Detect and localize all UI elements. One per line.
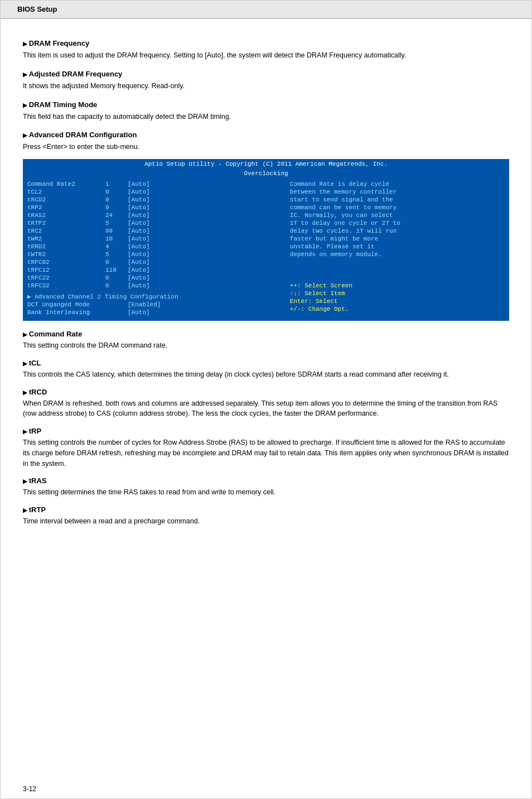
bios-subheader: Overclocking (23, 169, 509, 178)
bios-header: Aptio Setup Utility - Copyright (C) 2011… (23, 159, 509, 169)
page-header: BIOS Setup (1, 1, 531, 18)
bios-screenshot: Aptio Setup Utility - Copyright (C) 2011… (23, 159, 509, 321)
bios-row: Command Rate21[Auto] (27, 180, 290, 188)
section-adjusted-dram-body: It shows the adjusted Memory frequency. … (23, 81, 509, 92)
sub-section-trcd-body: When DRAM is refreshed, both rows and co… (23, 398, 509, 420)
bios-row: tWR210[Auto] (27, 235, 290, 243)
section-dram-frequency-title: DRAM Frequency (23, 39, 509, 47)
bios-row: tRC299[Auto] (27, 227, 290, 235)
bios-right-line (290, 274, 505, 282)
bios-row: tRRD24[Auto] (27, 243, 290, 251)
bios-body: Command Rate21[Auto]tCL29[Auto]tRCD29[Au… (23, 178, 509, 321)
sub-section-trp-title: tRP (23, 427, 509, 435)
bios-right-line: depends on memory module. (290, 251, 505, 258)
page-wrapper: BIOS Setup DRAM Frequency This item is u… (0, 0, 532, 799)
bios-row: tRFC320[Auto] (27, 282, 290, 290)
bios-right-line: IC. Normally, you can select (290, 211, 505, 219)
bios-row: tRFC12110[Auto] (27, 266, 290, 274)
bios-extra-row: Bank Interleaving[Auto] (27, 309, 290, 316)
bios-right-line: faster but might be more (290, 235, 505, 243)
sub-section-tcl-title: tCL (23, 359, 509, 367)
bios-row: tCL29[Auto] (27, 188, 290, 196)
bios-left-panel: Command Rate21[Auto]tCL29[Auto]tRCD29[Au… (27, 180, 290, 316)
bios-row: tRP29[Auto] (27, 204, 290, 211)
sub-section-tcl-body: This controls the CAS latency, which det… (23, 369, 509, 380)
sub-section-trtp-body: Time interval between a read and a prech… (23, 516, 509, 527)
section-dram-timing-body: This field has the capacity to automatic… (23, 112, 509, 122)
bios-extra-row: DCT Unganged Mode[Enabled] (27, 301, 290, 309)
bios-arrow-item: ▶ Advanced Channel 2 Timing Configuratio… (27, 292, 290, 301)
bios-right-line: 1T to delay one cycle or 2T to (290, 219, 505, 227)
bios-row: tRTP25[Auto] (27, 219, 290, 227)
bios-right-line: delay two cycles. 1T will run (290, 227, 505, 235)
bios-right-line (290, 258, 505, 266)
bios-row: tWTR25[Auto] (27, 251, 290, 258)
section-dram-frequency-body: This item is used to adjust the DRAM fre… (23, 50, 509, 61)
sub-section-tras-body: This setting determines the time RAS tak… (23, 487, 509, 498)
section-advanced-dram-body: Press <Enter> to enter the sub-menu. (23, 142, 509, 152)
bios-row: tRCD29[Auto] (27, 196, 290, 204)
bios-right-line: ++: Select Screen (290, 282, 505, 290)
bios-row: tRFC020[Auto] (27, 258, 290, 266)
bios-row: tRFC220[Auto] (27, 274, 290, 282)
bios-right-line (290, 266, 505, 274)
bios-row: tRAS224[Auto] (27, 211, 290, 219)
header-title: BIOS Setup (17, 5, 57, 13)
section-dram-timing-title: DRAM Timing Mode (23, 100, 509, 109)
bios-right-line: ↑↓: Select Item (290, 290, 505, 297)
bios-right-line: +/-: Change Opt. (290, 305, 505, 313)
bios-right-line: Command Rate is delay cycle (290, 180, 505, 188)
section-advanced-dram-title: Advanced DRAM Configuration (23, 131, 509, 139)
bios-right-panel: Command Rate is delay cyclebetween the m… (290, 180, 505, 316)
bios-right-line: start to send signal and the (290, 196, 505, 204)
sub-section-trtp-title: tRTP (23, 506, 509, 514)
sub-section-tras-title: tRAS (23, 476, 509, 485)
sub-section-trp-body: This setting controls the number of cycl… (23, 437, 509, 469)
sub-section-trcd-title: tRCD (23, 388, 509, 396)
bios-right-line: Enter: Select (290, 297, 505, 305)
page-number: 3-12 (23, 785, 36, 793)
sub-section-command-rate-body: This setting controls the DRAM command r… (23, 340, 509, 351)
bios-separator (27, 291, 290, 291)
bios-right-line: between the memory controller (290, 188, 505, 196)
sub-section-command-rate-title: Command Rate (23, 330, 509, 338)
bios-right-line: unstable. Please set it (290, 243, 505, 251)
section-adjusted-dram-title: Adjusted DRAM Frequency (23, 70, 509, 78)
main-content: DRAM Frequency This item is used to adju… (1, 19, 531, 551)
bios-right-line: command can be sent to memory (290, 204, 505, 211)
